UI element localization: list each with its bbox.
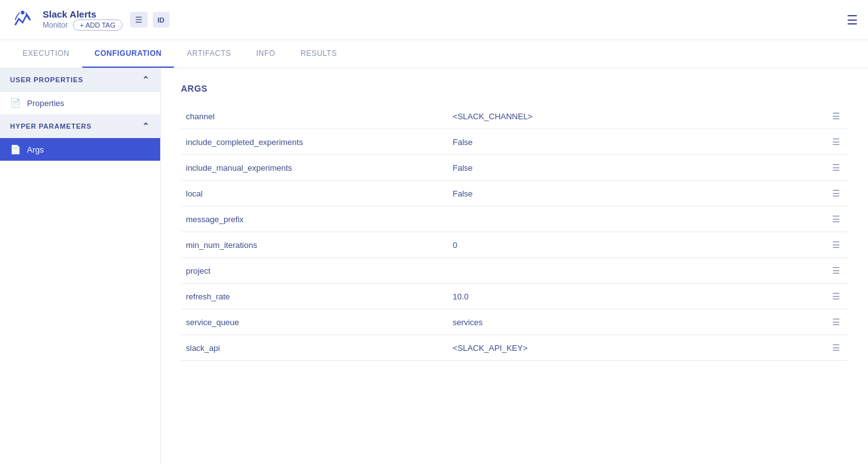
arg-value: 10.0 [448,284,815,309]
arg-menu[interactable]: ☰ [815,155,848,181]
sidebar: USER PROPERTIES ⌃ 📄 Properties HYPER PAR… [0,68,161,465]
arg-menu[interactable]: ☰ [815,284,848,309]
table-row: service_queueservices☰ [181,309,848,335]
menu-lines-icon[interactable]: ☰ [830,341,843,354]
chevron-up-icon: ⌃ [142,75,150,85]
arg-key: include_completed_experiments [181,129,448,155]
arg-value: False [448,155,815,181]
hamburger-menu[interactable]: ☰ [847,13,858,28]
menu-lines-icon[interactable]: ☰ [830,316,843,328]
app-subtitle: Monitor [43,21,68,30]
arg-menu[interactable]: ☰ [815,129,848,155]
list-icon: ☰ [135,15,143,24]
add-tag-button[interactable]: + ADD TAG [73,19,122,31]
app-logo [10,8,35,33]
table-row: channel<SLACK_CHANNEL>☰ [181,104,848,129]
header-left: Slack Alerts Monitor + ADD TAG ☰ ID [10,8,170,33]
tab-artifacts[interactable]: ARTIFACTS [174,40,243,68]
args-table: channel<SLACK_CHANNEL>☰include_completed… [181,104,848,361]
arg-key: refresh_rate [181,284,448,309]
arg-menu[interactable]: ☰ [815,207,848,232]
arg-menu[interactable]: ☰ [815,309,848,335]
arg-menu[interactable]: ☰ [815,258,848,284]
arg-value: 0 [448,232,815,258]
list-icon-button[interactable]: ☰ [130,12,148,28]
arg-value: <SLACK_CHANNEL> [448,104,815,129]
menu-lines-icon[interactable]: ☰ [830,136,843,148]
menu-lines-icon[interactable]: ☰ [830,187,843,200]
arg-value [448,258,815,284]
tab-info[interactable]: INFO [244,40,288,68]
header-icons: ☰ ID [130,12,170,28]
arg-key: project [181,258,448,284]
sidebar-item-properties[interactable]: 📄 Properties [0,92,160,115]
menu-lines-icon[interactable]: ☰ [830,264,843,277]
tab-configuration[interactable]: CONFIGURATION [82,40,175,68]
arg-key: slack_api [181,335,448,361]
arg-key: service_queue [181,309,448,335]
table-row: project☰ [181,258,848,284]
hyper-parameters-label: HYPER PARAMETERS [10,122,92,130]
sidebar-item-properties-label: Properties [27,99,64,108]
args-section-title: ARGS [181,83,848,94]
arg-value: <SLACK_API_KEY> [448,335,815,361]
arg-value: False [448,181,815,207]
arg-key: local [181,181,448,207]
svg-point-0 [21,11,24,14]
main-content: ARGS channel<SLACK_CHANNEL>☰include_comp… [161,68,868,465]
table-row: include_manual_experimentsFalse☰ [181,155,848,181]
table-row: message_prefix☰ [181,207,848,232]
menu-lines-icon[interactable]: ☰ [830,239,843,251]
document-icon-2: 📄 [10,144,21,154]
table-row: refresh_rate10.0☰ [181,284,848,309]
chevron-up-icon-2: ⌃ [142,121,150,131]
arg-value [448,207,815,232]
tab-execution[interactable]: EXECUTION [10,40,82,68]
id-icon: ID [158,16,165,24]
app-title: Slack Alerts [43,9,122,19]
sidebar-item-args-label: Args [27,145,44,154]
tabs-bar: EXECUTION CONFIGURATION ARTIFACTS INFO R… [0,40,868,68]
document-icon: 📄 [10,98,21,108]
menu-lines-icon[interactable]: ☰ [830,290,843,303]
user-properties-label: USER PROPERTIES [10,76,84,83]
menu-lines-icon[interactable]: ☰ [830,213,843,225]
id-icon-button[interactable]: ID [153,12,170,28]
arg-menu[interactable]: ☰ [815,232,848,258]
menu-lines-icon[interactable]: ☰ [830,110,843,122]
sidebar-item-args[interactable]: 📄 Args [0,138,160,161]
menu-lines-icon[interactable]: ☰ [830,161,843,174]
arg-value: False [448,129,815,155]
arg-value: services [448,309,815,335]
arg-menu[interactable]: ☰ [815,335,848,361]
arg-key: channel [181,104,448,129]
app-title-group: Slack Alerts Monitor + ADD TAG [43,9,122,31]
arg-menu[interactable]: ☰ [815,104,848,129]
sidebar-section-hyper-parameters[interactable]: HYPER PARAMETERS ⌃ [0,115,160,138]
main-layout: USER PROPERTIES ⌃ 📄 Properties HYPER PAR… [0,68,868,465]
arg-key: include_manual_experiments [181,155,448,181]
arg-key: message_prefix [181,207,448,232]
table-row: include_completed_experimentsFalse☰ [181,129,848,155]
sidebar-section-user-properties[interactable]: USER PROPERTIES ⌃ [0,68,160,92]
table-row: localFalse☰ [181,181,848,207]
arg-menu[interactable]: ☰ [815,181,848,207]
header: Slack Alerts Monitor + ADD TAG ☰ ID ☰ [0,0,868,40]
table-row: min_num_iterations0☰ [181,232,848,258]
tab-results[interactable]: RESULTS [288,40,349,68]
table-row: slack_api<SLACK_API_KEY>☰ [181,335,848,361]
arg-key: min_num_iterations [181,232,448,258]
